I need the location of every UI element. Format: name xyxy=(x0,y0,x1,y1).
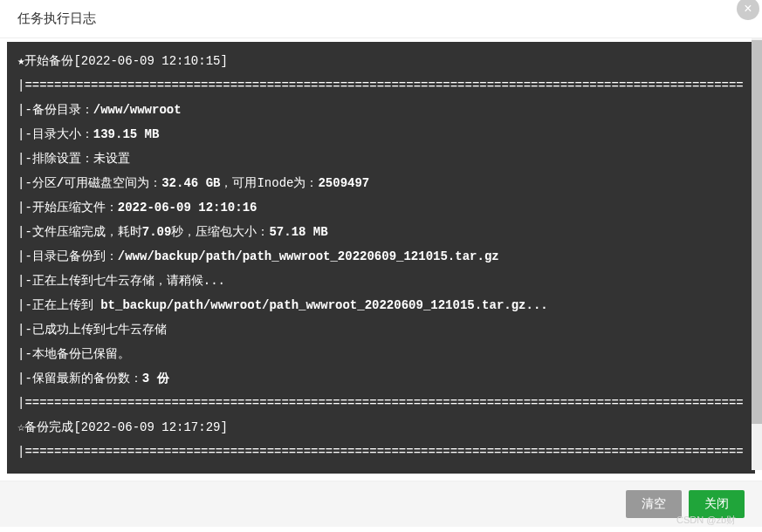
log-line: |-排除设置：未设置 xyxy=(17,152,130,166)
log-line: ★开始备份[2022-06-09 12:10:15] xyxy=(17,54,228,68)
log-separator: |=======================================… xyxy=(17,445,744,459)
log-content: ★开始备份[2022-06-09 12:10:15] |============… xyxy=(17,49,745,464)
log-line: |-保留最新的备份数：3 份 xyxy=(17,372,169,385)
log-line: |-备份目录：/www/wwwroot xyxy=(17,103,182,117)
modal-footer: 清空 关闭 xyxy=(0,481,762,527)
log-separator: |=======================================… xyxy=(17,78,744,92)
log-line: |-目录大小：139.15 MB xyxy=(17,127,159,141)
log-line: |-目录已备份到：/www/backup/path/path_wwwroot_2… xyxy=(17,249,499,263)
scrollbar-thumb[interactable] xyxy=(752,40,762,424)
clear-button[interactable]: 清空 xyxy=(626,490,682,518)
log-line: |-分区/可用磁盘空间为：32.46 GB，可用Inode为：2509497 xyxy=(17,176,369,190)
log-line: |-正在上传到七牛云存储，请稍候... xyxy=(17,274,225,288)
log-separator: |=======================================… xyxy=(17,396,744,410)
modal-title: 任务执行日志 xyxy=(17,10,96,27)
watermark: CSDN @zb财 xyxy=(676,514,736,527)
modal-header: 任务执行日志 xyxy=(0,0,762,38)
close-icon: × xyxy=(744,2,752,16)
log-line: |-正在上传到 bt_backup/path/wwwroot/path_wwwr… xyxy=(17,298,548,312)
log-line: |-本地备份已保留。 xyxy=(17,347,130,361)
log-container: ★开始备份[2022-06-09 12:10:15] |============… xyxy=(7,42,755,474)
log-line: |-开始压缩文件：2022-06-09 12:10:16 xyxy=(17,201,257,215)
scrollbar-track[interactable] xyxy=(752,38,762,470)
log-line: |-文件压缩完成，耗时7.09秒，压缩包大小：57.18 MB xyxy=(17,225,328,239)
log-line: |-已成功上传到七牛云存储 xyxy=(17,323,167,337)
log-line: ☆备份完成[2022-06-09 12:17:29] xyxy=(17,420,228,434)
